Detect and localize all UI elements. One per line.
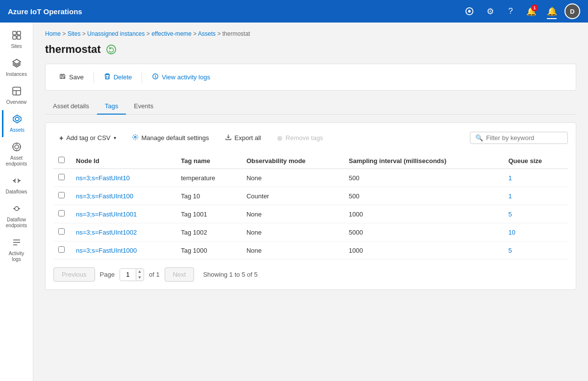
remove-tags-label: Remove tags xyxy=(286,134,323,142)
svg-point-19 xyxy=(107,45,116,54)
row-checkbox-cell xyxy=(53,187,71,205)
sidebar-item-dataflow-endpoints[interactable]: Dataflow endpoints xyxy=(2,200,31,233)
cell-node-id: ns=3;s=FastUInt1002 xyxy=(71,223,176,241)
filter-input[interactable] xyxy=(486,134,563,142)
settings-icon2[interactable]: 🔔 xyxy=(544,3,560,19)
view-activity-logs-label: View activity logs xyxy=(162,73,210,81)
sidebar-item-dataflows[interactable]: Dataflows xyxy=(2,172,31,199)
node-id-link[interactable]: ns=3;s=FastUInt100 xyxy=(76,192,133,200)
remove-tags-icon: ⊗ xyxy=(277,134,283,142)
overview-icon xyxy=(12,86,22,98)
delete-label: Delete xyxy=(114,73,132,81)
sidebar-item-dataflows-label: Dataflows xyxy=(6,189,27,195)
sidebar-item-overview[interactable]: Overview xyxy=(2,82,31,109)
row-checkbox[interactable] xyxy=(58,192,65,198)
page-number-input[interactable] xyxy=(120,269,136,280)
cell-observability-mode: None xyxy=(242,205,344,223)
delete-icon xyxy=(104,73,111,81)
breadcrumb: Home > Sites > Unassigned instances > ef… xyxy=(45,30,576,37)
breadcrumb-home[interactable]: Home xyxy=(45,30,61,37)
svg-rect-1 xyxy=(17,31,21,35)
cell-observability-mode: None xyxy=(242,223,344,241)
synced-icon xyxy=(106,44,117,55)
next-button[interactable]: Next xyxy=(165,267,195,282)
sidebar-item-assets[interactable]: Assets xyxy=(2,110,31,137)
node-id-link[interactable]: ns=3;s=FastUInt10 xyxy=(76,174,130,182)
cell-sampling-interval: 500 xyxy=(344,169,504,187)
breadcrumb-assets[interactable]: Assets xyxy=(198,30,216,37)
manage-settings-label: Manage default settings xyxy=(142,134,209,142)
user-avatar[interactable]: D xyxy=(564,3,580,19)
node-id-link[interactable]: ns=3;s=FastUInt1001 xyxy=(76,211,137,218)
breadcrumb-effective-meme[interactable]: effective-meme xyxy=(151,30,192,37)
row-checkbox[interactable] xyxy=(58,246,65,253)
sidebar-item-assets-label: Assets xyxy=(10,127,24,133)
row-checkbox[interactable] xyxy=(58,174,65,180)
save-label: Save xyxy=(69,73,84,81)
settings-icon[interactable] xyxy=(462,3,477,19)
tab-asset-details[interactable]: Asset details xyxy=(45,98,97,115)
tab-events[interactable]: Events xyxy=(126,98,161,115)
add-tag-csv-label: Add tag or CSV xyxy=(66,134,110,142)
manage-default-settings-button[interactable]: Manage default settings xyxy=(126,131,215,145)
sidebar-item-sites-label: Sites xyxy=(11,44,22,49)
view-activity-logs-button[interactable]: View activity logs xyxy=(146,70,216,84)
add-tag-csv-button[interactable]: + Add tag or CSV ▾ xyxy=(53,131,122,145)
export-all-button[interactable]: Export all xyxy=(219,131,267,145)
cell-tag-name: Tag 1001 xyxy=(176,205,242,223)
dataflows-icon xyxy=(12,176,22,188)
table-header: Node Id Tag name Observability mode Samp… xyxy=(53,153,568,169)
remove-tags-button[interactable]: ⊗ Remove tags xyxy=(271,131,329,145)
settings-gear-icon[interactable]: ⚙ xyxy=(482,3,498,19)
cell-observability-mode: Counter xyxy=(242,187,344,205)
sidebar-item-instances[interactable]: Instances xyxy=(2,54,31,81)
app-title: Azure IoT Operations xyxy=(8,7,462,16)
select-all-checkbox[interactable] xyxy=(58,157,65,163)
sidebar-item-activity-logs[interactable]: Activity logs xyxy=(2,234,31,266)
cell-sampling-interval: 500 xyxy=(344,187,504,205)
cell-tag-name: Tag 1000 xyxy=(176,241,242,260)
row-checkbox[interactable] xyxy=(58,210,65,216)
save-button[interactable]: Save xyxy=(53,70,90,84)
table-header-row: Node Id Tag name Observability mode Samp… xyxy=(53,153,568,169)
breadcrumb-unassigned-instances[interactable]: Unassigned instances xyxy=(87,30,145,37)
cell-node-id: ns=3;s=FastUInt1001 xyxy=(71,205,176,223)
page-down-spinner[interactable]: ▼ xyxy=(136,275,143,281)
svg-rect-4 xyxy=(13,87,21,95)
tab-tags[interactable]: Tags xyxy=(97,98,126,115)
sidebar-item-asset-endpoints-label: Asset endpoints xyxy=(4,155,29,167)
sidebar-item-instances-label: Instances xyxy=(6,71,27,77)
help-icon[interactable]: ? xyxy=(503,3,518,19)
sidebar-item-asset-endpoints[interactable]: Asset endpoints xyxy=(2,138,31,171)
breadcrumb-sites[interactable]: Sites xyxy=(68,30,81,37)
svg-rect-2 xyxy=(13,36,16,39)
topnav-icons: ⚙ ? 🔔 1 🔔 D xyxy=(462,3,580,19)
cell-sampling-interval: 1000 xyxy=(344,205,504,223)
sidebar-item-overview-label: Overview xyxy=(6,99,27,105)
add-icon: + xyxy=(59,134,63,142)
row-checkbox[interactable] xyxy=(58,228,65,235)
node-id-link[interactable]: ns=3;s=FastUInt1002 xyxy=(76,229,137,236)
notification-badge: 1 xyxy=(531,4,538,11)
page-title: thermostat xyxy=(45,43,101,56)
svg-point-10 xyxy=(13,143,21,151)
cell-tag-name: Tag 1002 xyxy=(176,223,242,241)
table-row: ns=3;s=FastUInt10 temperature None 500 1 xyxy=(53,169,568,187)
toolbar-divider-2 xyxy=(142,71,142,83)
svg-point-15 xyxy=(15,207,19,211)
delete-button[interactable]: Delete xyxy=(98,70,138,84)
notification-bell-icon[interactable]: 🔔 1 xyxy=(523,3,539,19)
asset-endpoints-icon xyxy=(12,142,22,154)
row-checkbox-cell xyxy=(53,205,71,223)
cell-node-id: ns=3;s=FastUInt10 xyxy=(71,169,176,187)
table-row: ns=3;s=FastUInt1002 Tag 1002 None 5000 1… xyxy=(53,223,568,241)
export-all-label: Export all xyxy=(235,134,261,142)
filter-input-wrapper[interactable]: 🔍 xyxy=(470,132,568,144)
page-up-spinner[interactable]: ▲ xyxy=(136,269,143,275)
previous-button[interactable]: Previous xyxy=(53,267,95,282)
sidebar-item-sites[interactable]: Sites xyxy=(2,26,31,53)
node-id-link[interactable]: ns=3;s=FastUInt1000 xyxy=(76,247,137,254)
page-title-row: thermostat xyxy=(45,43,576,56)
cell-queue-size: 1 xyxy=(503,187,568,205)
cell-queue-size: 5 xyxy=(503,205,568,223)
